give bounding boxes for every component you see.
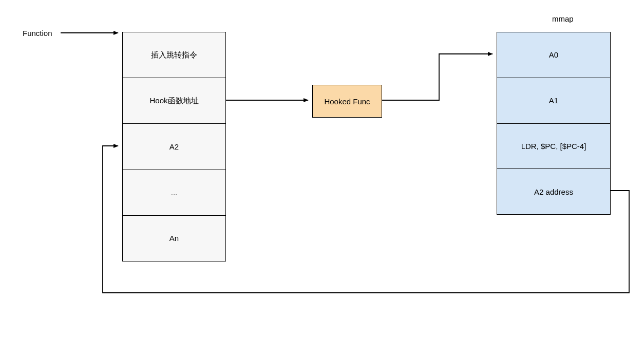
mmap-stack: A0 A1 LDR, $PC, [$PC-4] A2 address [497,32,611,215]
mmap-label: mmap [552,14,574,23]
arrow-hookedfunc-to-mmap [382,54,493,100]
right-cell-2: LDR, $PC, [$PC-4] [497,124,610,170]
function-label: Function [23,29,52,38]
right-cell-1: A1 [497,78,610,124]
right-cell-3: A2 address [497,169,610,214]
left-cell-1: Hook函数地址 [123,78,225,124]
left-cell-0: 插入跳转指令 [123,32,225,78]
left-cell-3: ... [123,170,225,216]
right-cell-0: A0 [497,32,610,78]
left-cell-2: A2 [123,124,225,170]
function-stack: 插入跳转指令 Hook函数地址 A2 ... An [122,32,226,261]
hooked-func-box: Hooked Func [312,85,382,118]
hooked-func-label: Hooked Func [324,97,370,106]
left-cell-4: An [123,216,225,261]
